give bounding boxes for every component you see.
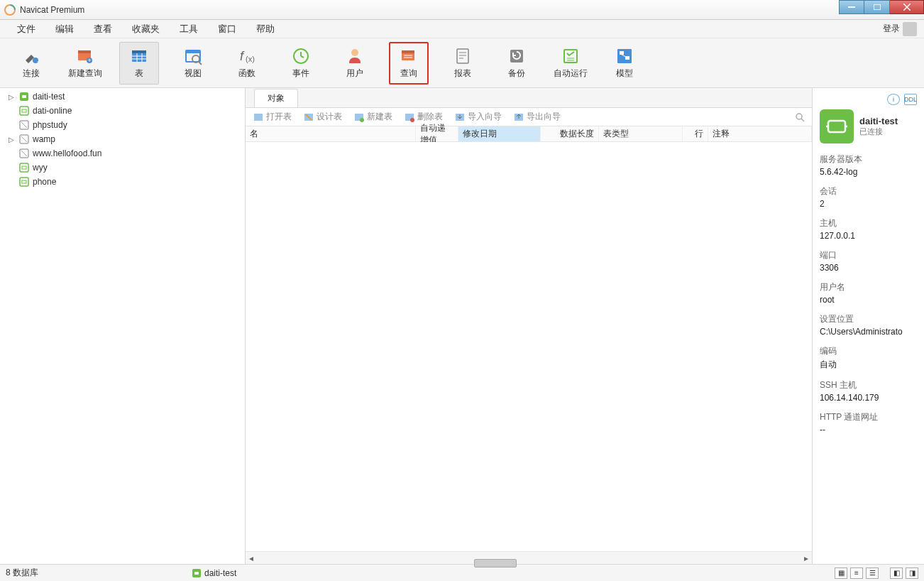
svg-line-20 <box>199 62 202 65</box>
panel-left-icon[interactable]: ◧ <box>890 568 903 579</box>
function-button[interactable]: f(x) 函数 <box>227 42 267 85</box>
svg-line-50 <box>21 136 27 142</box>
user: root <box>820 295 917 305</box>
clock-icon <box>291 46 311 66</box>
host: 127.0.0.1 <box>820 231 917 241</box>
schedule-button[interactable]: 自动运行 <box>551 42 590 85</box>
tree-item-wyy[interactable]: wyy <box>0 161 245 175</box>
conn-active-icon <box>192 568 202 578</box>
svg-rect-18 <box>186 50 200 53</box>
menu-edit[interactable]: 编辑 <box>45 20 84 38</box>
design-table-button[interactable]: 设计表 <box>300 109 345 124</box>
export-icon <box>513 112 524 123</box>
status-conn-label: daiti-test <box>204 568 236 578</box>
menu-window[interactable]: 窗口 <box>208 20 246 38</box>
design-icon <box>303 112 314 123</box>
svg-line-25 <box>301 56 304 58</box>
http: -- <box>820 425 917 435</box>
info-panel: i DDL daiti-test 已连接 服务器版本5.6.42-log 会话2… <box>812 88 924 564</box>
view-mode-buttons: ▦ ≡ ☰ ◧ ◨ <box>835 568 918 579</box>
status-connection[interactable]: daiti-test <box>192 568 236 578</box>
view-detail-icon[interactable]: ☰ <box>866 568 879 579</box>
tree-item-wamp[interactable]: ▷ wamp <box>0 132 245 146</box>
main-area: ▷ daiti-test dati-online phpstudy ▷ wamp… <box>0 88 924 564</box>
export-button[interactable]: 导出向导 <box>510 109 563 124</box>
minimize-button[interactable] <box>839 0 864 14</box>
new-query-icon: + <box>75 46 95 66</box>
col-data-len[interactable]: 数据长度 <box>541 126 599 141</box>
conn-name: daiti-test <box>859 116 898 126</box>
port-label: 端口 <box>820 249 917 261</box>
server-version-label: 服务器版本 <box>820 153 917 165</box>
login-area[interactable]: 登录 <box>883 22 917 36</box>
event-label: 事件 <box>292 67 309 80</box>
svg-rect-31 <box>457 49 468 63</box>
search-icon[interactable] <box>795 112 805 122</box>
report-button[interactable]: 报表 <box>443 42 483 85</box>
table-button[interactable]: 表 <box>119 42 159 85</box>
menu-file[interactable]: 文件 <box>7 20 45 38</box>
open-table-button[interactable]: 打开表 <box>250 109 295 124</box>
import-button[interactable]: 导入向导 <box>451 109 505 124</box>
col-auto-inc[interactable]: 自动递增值 <box>416 126 458 141</box>
ddl-icon[interactable]: DDL <box>904 94 917 105</box>
expand-icon[interactable]: ▷ <box>7 136 16 143</box>
new-table-button[interactable]: 新建表 <box>351 109 395 124</box>
delete-table-button[interactable]: 删除表 <box>401 109 446 124</box>
svg-line-48 <box>21 122 27 128</box>
tree-item-phone[interactable]: phone <box>0 175 245 189</box>
sessions: 2 <box>820 199 917 209</box>
expand-icon[interactable]: ▷ <box>7 93 16 101</box>
user-button[interactable]: 用户 <box>335 42 375 85</box>
tree-label: wyy <box>33 163 48 173</box>
horizontal-scrollbar[interactable]: ◂ ▸ <box>246 551 812 564</box>
tree-label: phpstudy <box>33 120 67 130</box>
connection-tree[interactable]: ▷ daiti-test dati-online phpstudy ▷ wamp… <box>0 88 246 564</box>
col-rows[interactable]: 行 <box>683 126 708 141</box>
avatar-icon <box>903 22 917 36</box>
tree-item-daiti-test[interactable]: ▷ daiti-test <box>0 89 245 104</box>
view-grid-icon[interactable]: ▦ <box>835 568 847 579</box>
col-table-type[interactable]: 表类型 <box>599 126 683 141</box>
menu-help[interactable]: 帮助 <box>246 20 285 38</box>
panel-right-icon[interactable]: ◨ <box>906 568 918 579</box>
maximize-button[interactable] <box>864 0 890 14</box>
model-button[interactable]: 模型 <box>605 42 644 85</box>
scroll-right-icon[interactable]: ▸ <box>801 553 812 563</box>
col-name[interactable]: 名 <box>246 126 416 141</box>
menu-favorites[interactable]: 收藏夹 <box>122 20 170 38</box>
query-button[interactable]: 查询 <box>389 42 429 85</box>
sessions-label: 会话 <box>820 185 917 197</box>
app-icon <box>4 4 16 16</box>
menu-tools[interactable]: 工具 <box>170 20 208 38</box>
view-button[interactable]: 视图 <box>173 42 213 85</box>
connect-button[interactable]: + 连接 <box>11 42 51 85</box>
new-query-button[interactable]: + 新建查询 <box>65 42 105 85</box>
view-list-icon[interactable]: ≡ <box>850 568 863 579</box>
scroll-left-icon[interactable]: ◂ <box>246 553 257 563</box>
host-label: 主机 <box>820 217 917 229</box>
info-icon[interactable]: i <box>887 94 900 105</box>
conn-status: 已连接 <box>859 126 898 137</box>
new-query-label: 新建查询 <box>68 67 102 80</box>
menu-view[interactable]: 查看 <box>84 20 122 38</box>
model-label: 模型 <box>616 67 633 80</box>
tree-item-hellofood[interactable]: www.hellofood.fun <box>0 146 245 161</box>
close-button[interactable] <box>890 0 924 14</box>
scroll-thumb[interactable] <box>474 559 517 568</box>
svg-rect-67 <box>828 121 845 132</box>
svg-text:+: + <box>88 57 92 64</box>
user-icon <box>345 46 365 66</box>
backup-button[interactable]: 备份 <box>497 42 537 85</box>
col-modify-date[interactable]: 修改日期 <box>458 126 541 141</box>
tree-item-dati-online[interactable]: dati-online <box>0 104 245 118</box>
svg-rect-12 <box>132 50 146 53</box>
conn-gray-icon <box>18 134 30 145</box>
svg-rect-2 <box>874 4 881 10</box>
table-body[interactable] <box>246 142 812 551</box>
event-button[interactable]: 事件 <box>281 42 321 85</box>
tree-item-phpstudy[interactable]: phpstudy <box>0 118 245 132</box>
encoding: 自动 <box>820 359 917 371</box>
col-comment[interactable]: 注释 <box>708 126 812 141</box>
tab-object[interactable]: 对象 <box>254 89 298 107</box>
